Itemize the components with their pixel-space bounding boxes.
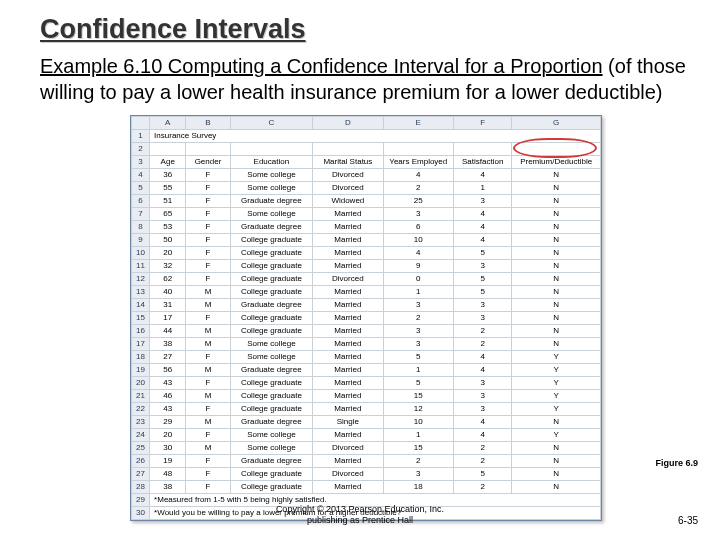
- data-cell: Graduate degree: [230, 455, 313, 468]
- data-cell: 3: [383, 208, 453, 221]
- data-cell: Married: [313, 325, 383, 338]
- data-cell: F: [186, 247, 230, 260]
- data-cell: 17: [150, 312, 186, 325]
- copyright-line2: publishing as Prentice Hall: [307, 515, 413, 525]
- data-cell: 51: [150, 195, 186, 208]
- row-number: 5: [132, 182, 150, 195]
- data-cell: 40: [150, 286, 186, 299]
- row-number: 15: [132, 312, 150, 325]
- data-cell: 3: [383, 325, 453, 338]
- data-cell: 2: [454, 442, 512, 455]
- empty-cell: [454, 143, 512, 156]
- col-letter: C: [230, 117, 313, 130]
- row-number: 20: [132, 377, 150, 390]
- data-cell: 10: [383, 234, 453, 247]
- data-cell: F: [186, 312, 230, 325]
- data-cell: Divorced: [313, 468, 383, 481]
- header-cell: Premium/Deductible: [512, 156, 601, 169]
- data-cell: N: [512, 481, 601, 494]
- copyright-line1: Copyright © 2013 Pearson Education, Inc.: [276, 504, 444, 514]
- data-cell: Married: [313, 221, 383, 234]
- data-cell: Some college: [230, 429, 313, 442]
- data-cell: 43: [150, 403, 186, 416]
- data-cell: Married: [313, 390, 383, 403]
- data-cell: 4: [383, 247, 453, 260]
- empty-cell: [512, 143, 601, 156]
- data-cell: N: [512, 234, 601, 247]
- data-cell: 5: [454, 468, 512, 481]
- data-cell: 2: [454, 325, 512, 338]
- table-body: 1Insurance Survey23AgeGenderEducationMar…: [132, 130, 601, 520]
- row-number: 8: [132, 221, 150, 234]
- data-cell: M: [186, 442, 230, 455]
- data-cell: N: [512, 182, 601, 195]
- data-cell: Married: [313, 455, 383, 468]
- row-number: 7: [132, 208, 150, 221]
- data-cell: College graduate: [230, 390, 313, 403]
- data-cell: 2: [383, 455, 453, 468]
- col-letter: A: [150, 117, 186, 130]
- data-cell: 3: [454, 260, 512, 273]
- data-cell: College graduate: [230, 234, 313, 247]
- data-cell: 2: [454, 338, 512, 351]
- empty-cell: [230, 143, 313, 156]
- row-number: 22: [132, 403, 150, 416]
- data-cell: Y: [512, 390, 601, 403]
- data-cell: 19: [150, 455, 186, 468]
- data-cell: M: [186, 338, 230, 351]
- data-cell: F: [186, 273, 230, 286]
- row-number: 23: [132, 416, 150, 429]
- data-cell: F: [186, 351, 230, 364]
- example-text: Example 6.10 Computing a Confidence Inte…: [40, 53, 692, 105]
- data-cell: M: [186, 364, 230, 377]
- data-table: ABCDEFG 1Insurance Survey23AgeGenderEduc…: [131, 116, 601, 520]
- empty-cell: [186, 143, 230, 156]
- data-cell: College graduate: [230, 273, 313, 286]
- page-number: 6-35: [678, 515, 698, 526]
- data-cell: 4: [454, 234, 512, 247]
- figure-label: Figure 6.9: [655, 458, 698, 468]
- data-cell: 3: [454, 312, 512, 325]
- header-cell: Gender: [186, 156, 230, 169]
- data-cell: F: [186, 429, 230, 442]
- data-cell: Some college: [230, 208, 313, 221]
- data-cell: 46: [150, 390, 186, 403]
- col-letter: B: [186, 117, 230, 130]
- data-cell: Divorced: [313, 182, 383, 195]
- data-cell: College graduate: [230, 260, 313, 273]
- data-cell: Y: [512, 377, 601, 390]
- data-cell: 20: [150, 247, 186, 260]
- col-letter: E: [383, 117, 453, 130]
- data-cell: 4: [454, 429, 512, 442]
- col-letter: F: [454, 117, 512, 130]
- data-cell: 50: [150, 234, 186, 247]
- data-cell: N: [512, 325, 601, 338]
- data-cell: 38: [150, 481, 186, 494]
- data-cell: N: [512, 169, 601, 182]
- data-cell: 5: [454, 273, 512, 286]
- data-cell: 2: [454, 455, 512, 468]
- spreadsheet: ABCDEFG 1Insurance Survey23AgeGenderEduc…: [130, 115, 602, 521]
- data-cell: F: [186, 377, 230, 390]
- data-cell: M: [186, 390, 230, 403]
- data-cell: Y: [512, 403, 601, 416]
- data-cell: Married: [313, 208, 383, 221]
- data-cell: N: [512, 247, 601, 260]
- data-cell: 53: [150, 221, 186, 234]
- data-cell: N: [512, 455, 601, 468]
- data-cell: Married: [313, 338, 383, 351]
- slide-title: Confidence Intervals: [40, 14, 692, 45]
- header-cell: Marital Status: [313, 156, 383, 169]
- header-cell: Satisfaction: [454, 156, 512, 169]
- data-cell: 36: [150, 169, 186, 182]
- row-number: 17: [132, 338, 150, 351]
- empty-cell: [150, 143, 186, 156]
- data-cell: 5: [454, 247, 512, 260]
- data-cell: F: [186, 169, 230, 182]
- row-number: 2: [132, 143, 150, 156]
- data-cell: 3: [383, 468, 453, 481]
- row-number: 27: [132, 468, 150, 481]
- data-cell: M: [186, 299, 230, 312]
- data-cell: 15: [383, 442, 453, 455]
- data-cell: Single: [313, 416, 383, 429]
